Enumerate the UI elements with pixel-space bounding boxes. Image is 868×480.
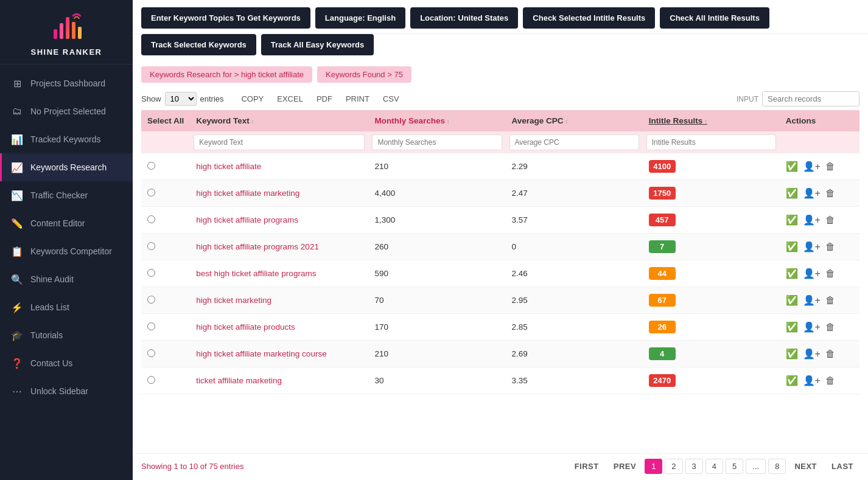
location-button[interactable]: Location: United States xyxy=(410,7,518,29)
page-btn-prev[interactable]: PREV xyxy=(607,459,642,473)
check-action-4[interactable]: ✅ xyxy=(786,268,798,279)
language-button[interactable]: Language: English xyxy=(315,7,405,29)
col-select[interactable]: Select All xyxy=(141,110,190,131)
filter-monthly-input[interactable] xyxy=(372,134,502,150)
sidebar-item-projects-dashboard[interactable]: ⊞Projects Dashboard xyxy=(0,69,133,97)
enter-keywords-button[interactable]: Enter Keyword Topics To Get Keywords xyxy=(141,7,310,29)
page-btn-3[interactable]: 3 xyxy=(685,459,703,474)
row-select-5[interactable] xyxy=(141,287,190,314)
sidebar-item-traffic-checker[interactable]: 📉Traffic Checker xyxy=(0,181,133,209)
delete-action-4[interactable]: 🗑 xyxy=(825,268,835,279)
check-all-intitle-button[interactable]: Check All Intitle Results xyxy=(660,7,769,29)
check-action-6[interactable]: ✅ xyxy=(786,321,798,333)
nav-icon-contact-us: ❓ xyxy=(11,357,23,369)
delete-action-8[interactable]: 🗑 xyxy=(825,375,835,386)
row-select-1[interactable] xyxy=(141,180,190,207)
keyword-link-7[interactable]: high ticket affiliate marketing course xyxy=(196,349,326,358)
keyword-link-8[interactable]: ticket affiliate marketing xyxy=(196,376,282,385)
check-action-3[interactable]: ✅ xyxy=(786,241,798,252)
keyword-link-0[interactable]: high ticket affiliate xyxy=(196,162,261,171)
nav-icon-content-editor: ✏️ xyxy=(11,217,23,229)
col-keyword[interactable]: Keyword Text xyxy=(190,110,368,131)
check-action-0[interactable]: ✅ xyxy=(786,161,798,172)
check-action-2[interactable]: ✅ xyxy=(786,214,798,226)
keyword-link-5[interactable]: high ticket marketing xyxy=(196,296,271,305)
col-intitle[interactable]: Intitle Results xyxy=(643,110,780,131)
add-action-0[interactable]: 👤+ xyxy=(803,161,821,172)
track-all-easy-button[interactable]: Track All Easy Keywords xyxy=(261,34,374,55)
sidebar-item-keywords-research[interactable]: 📈Keywords Research xyxy=(0,153,133,181)
add-action-8[interactable]: 👤+ xyxy=(803,375,821,386)
add-action-7[interactable]: 👤+ xyxy=(803,348,821,360)
delete-action-7[interactable]: 🗑 xyxy=(825,349,835,360)
pdf-button[interactable]: PDF xyxy=(313,92,336,105)
sidebar-item-keywords-competitor[interactable]: 📋Keywords Competitor xyxy=(0,237,133,265)
check-action-7[interactable]: ✅ xyxy=(786,348,798,360)
col-monthly[interactable]: Monthly Searches xyxy=(368,110,505,131)
add-action-3[interactable]: 👤+ xyxy=(803,241,821,252)
delete-action-6[interactable]: 🗑 xyxy=(825,322,835,333)
page-btn-8[interactable]: 8 xyxy=(768,459,786,474)
page-btn-5[interactable]: 5 xyxy=(726,459,743,474)
sidebar-item-no-project[interactable]: 🗂No Project Selected xyxy=(0,97,133,125)
page-btn-4[interactable]: 4 xyxy=(705,459,723,474)
entries-select[interactable]: 10 25 50 100 xyxy=(165,92,197,106)
add-action-2[interactable]: 👤+ xyxy=(803,214,821,226)
page-btn-next[interactable]: NEXT xyxy=(788,459,823,473)
copy-button[interactable]: COPY xyxy=(237,92,267,105)
row-select-7[interactable] xyxy=(141,341,190,367)
keywords-table: Select All Keyword Text Monthly Searches… xyxy=(141,110,859,394)
track-selected-keywords-button[interactable]: Track Selected Keywords xyxy=(141,34,256,55)
pagination-buttons: FIRSTPREV12345...8NEXTLAST xyxy=(569,459,859,474)
filter-cpc-input[interactable] xyxy=(509,134,639,150)
add-action-6[interactable]: 👤+ xyxy=(803,321,821,333)
keyword-link-6[interactable]: high ticket affiliate products xyxy=(196,322,295,332)
filter-keyword-input[interactable] xyxy=(194,134,365,150)
row-select-6[interactable] xyxy=(141,314,190,341)
sidebar-item-unlock-sidebar[interactable]: ⋯Unlock Sidebar xyxy=(0,377,133,405)
page-btn-first[interactable]: FIRST xyxy=(569,459,605,473)
csv-button[interactable]: CSV xyxy=(379,92,403,105)
sidebar-item-tracked-keywords[interactable]: 📊Tracked Keywords xyxy=(0,125,133,153)
sidebar-item-contact-us[interactable]: ❓Contact Us xyxy=(0,349,133,377)
row-select-4[interactable] xyxy=(141,260,190,287)
delete-action-2[interactable]: 🗑 xyxy=(825,215,835,226)
keyword-link-1[interactable]: high ticket affiliate marketing xyxy=(196,189,299,198)
page-btn-1[interactable]: 1 xyxy=(645,459,662,474)
check-action-1[interactable]: ✅ xyxy=(786,187,798,199)
check-action-8[interactable]: ✅ xyxy=(786,375,798,386)
row-select-2[interactable] xyxy=(141,207,190,234)
keyword-link-3[interactable]: high ticket affiliate programs 2021 xyxy=(196,242,319,251)
add-action-4[interactable]: 👤+ xyxy=(803,268,821,279)
row-select-0[interactable] xyxy=(141,153,190,180)
col-cpc[interactable]: Average CPC xyxy=(506,110,643,131)
row-cpc-6: 2.85 xyxy=(506,314,643,341)
delete-action-3[interactable]: 🗑 xyxy=(825,242,835,252)
filter-tag-found[interactable]: Keywords Found > 75 xyxy=(317,66,411,83)
sidebar-item-leads-list[interactable]: ⚡Leads List xyxy=(0,293,133,321)
delete-action-5[interactable]: 🗑 xyxy=(825,295,835,306)
filter-tag-research[interactable]: Keywords Research for > high ticket affi… xyxy=(141,66,312,83)
delete-action-1[interactable]: 🗑 xyxy=(825,188,835,199)
row-select-3[interactable] xyxy=(141,234,190,260)
sidebar-item-content-editor[interactable]: ✏️Content Editor xyxy=(0,209,133,237)
page-btn-...[interactable]: ... xyxy=(746,459,766,474)
delete-action-0[interactable]: 🗑 xyxy=(825,161,835,172)
filter-intitle-input[interactable] xyxy=(646,134,776,150)
sidebar-item-tutorials[interactable]: 🎓Tutorials xyxy=(0,321,133,349)
excel-button[interactable]: EXCEL xyxy=(273,92,307,105)
print-button[interactable]: PRINT xyxy=(342,92,373,105)
add-action-1[interactable]: 👤+ xyxy=(803,187,821,199)
keyword-link-2[interactable]: high ticket affiliate programs xyxy=(196,215,298,224)
check-selected-intitle-button[interactable]: Check Selected Intitle Results xyxy=(523,7,655,29)
search-input[interactable] xyxy=(762,91,859,106)
page-btn-last[interactable]: LAST xyxy=(825,459,859,473)
keyword-link-4[interactable]: best high ticket affiliate programs xyxy=(196,269,316,278)
intitle-badge-7: 4 xyxy=(649,347,676,360)
sidebar-item-shine-audit[interactable]: 🔍Shine Audit xyxy=(0,265,133,293)
page-btn-2[interactable]: 2 xyxy=(665,459,682,474)
check-action-5[interactable]: ✅ xyxy=(786,294,798,306)
add-action-5[interactable]: 👤+ xyxy=(803,294,821,306)
row-select-8[interactable] xyxy=(141,367,190,394)
table-row: high ticket affiliate products 170 2.85 … xyxy=(141,314,859,341)
